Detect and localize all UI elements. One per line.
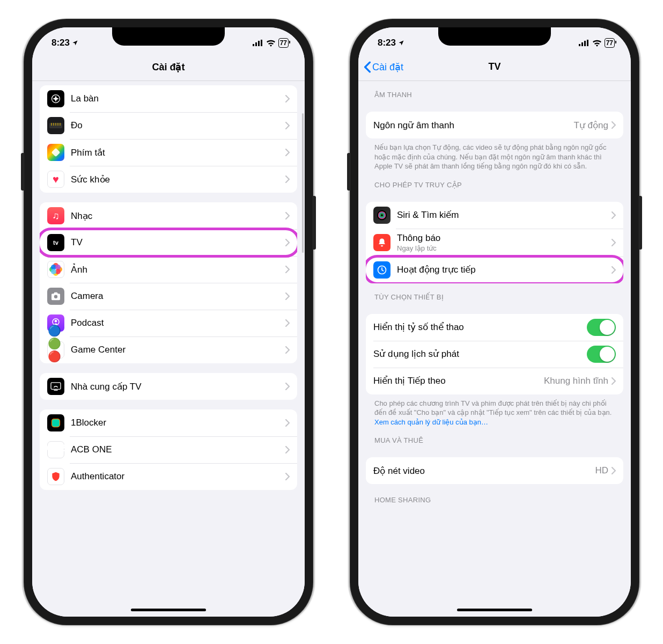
screen-right: 8:23 77 Cài đặt TV ÂM THANHNgôn ngữ âm t… — [358, 27, 631, 617]
chevron-right-icon — [285, 149, 290, 156]
row-tv[interactable]: tvTV — [40, 229, 297, 256]
nav-header: Cài đặt — [32, 53, 305, 81]
toggle-history[interactable] — [587, 346, 616, 363]
row-photos[interactable]: Ảnh — [40, 256, 297, 283]
notch — [112, 27, 225, 46]
section-header-audio: ÂM THANH — [358, 81, 631, 102]
chevron-right-icon — [285, 95, 290, 103]
home-indicator[interactable] — [457, 609, 532, 611]
svg-point-13 — [55, 320, 57, 323]
row-label: 1Blocker — [71, 418, 285, 428]
svg-rect-22 — [587, 40, 588, 46]
row-label: Podcast — [71, 318, 285, 328]
camera-icon — [47, 288, 64, 305]
scrollbar[interactable] — [302, 113, 304, 253]
chevron-right-icon — [612, 121, 616, 129]
svg-rect-21 — [584, 41, 586, 46]
row-label: Độ nét video — [373, 465, 595, 477]
chevron-right-icon — [285, 122, 290, 129]
acb-icon: ACBONE — [47, 441, 64, 458]
row-label: Camera — [71, 291, 285, 302]
chevron-right-icon — [285, 346, 290, 354]
screen-left: 8:23 77 Cài đặt La bànĐoPhím tắt♥Sức khỏ… — [32, 27, 305, 617]
row-label: Authenticator — [71, 471, 285, 482]
row-acb[interactable]: ACBONEACB ONE — [40, 436, 297, 463]
live-icon — [373, 261, 391, 279]
section-footer-device: Cho phép các chương trình TV và phim đượ… — [358, 394, 631, 427]
notif-icon — [373, 234, 391, 251]
svg-rect-3 — [261, 40, 262, 46]
settings-scroll[interactable]: La bànĐoPhím tắt♥Sức khỏe♫NhạctvTVẢnhCam… — [32, 81, 305, 617]
row-shortcuts[interactable]: Phím tắt — [40, 139, 297, 166]
status-time: 8:23 — [378, 38, 396, 48]
shortcuts-icon — [47, 144, 64, 161]
chevron-right-icon — [285, 419, 290, 427]
wifi-icon — [592, 40, 602, 47]
row-label: Ảnh — [71, 264, 285, 275]
tvprov-icon — [47, 378, 64, 395]
row-notif[interactable]: Thông báoNgay lập tức — [366, 229, 623, 257]
auth-icon — [47, 468, 64, 485]
chevron-right-icon — [285, 266, 290, 273]
home-indicator[interactable] — [131, 609, 206, 611]
row-label: Sử dụng lịch sử phát — [373, 348, 587, 360]
section-header-access: CHO PHÉP TV TRUY CẬP — [358, 171, 631, 192]
row-gamecenter[interactable]: 🔵🟢🔴🟡Game Center — [40, 336, 297, 363]
row-siri[interactable]: Siri & Tìm kiếm — [366, 202, 623, 229]
wifi-icon — [266, 40, 276, 47]
row-label: Hoạt động trực tiếp — [397, 264, 612, 275]
chevron-right-icon — [612, 467, 616, 474]
back-button[interactable]: Cài đặt — [364, 61, 403, 73]
svg-rect-2 — [258, 41, 260, 46]
battery-icon: 77 — [605, 38, 615, 48]
row-1blocker[interactable]: 1Blocker — [40, 409, 297, 436]
svg-rect-15 — [51, 383, 61, 390]
chevron-right-icon — [285, 292, 290, 300]
tv-settings-scroll[interactable]: ÂM THANHNgôn ngữ âm thanhTự độngNếu bạn … — [358, 81, 631, 617]
chevron-right-icon — [285, 212, 290, 219]
svg-rect-20 — [581, 42, 583, 46]
row-live[interactable]: Hoạt động trực tiếp — [366, 257, 623, 283]
row-sports[interactable]: Hiển thị tỷ số thể thao — [366, 314, 623, 341]
section-header-purchase: MUA VÀ THUÊ — [358, 427, 631, 448]
row-camera[interactable]: Camera — [40, 283, 297, 310]
row-label: ACB ONE — [71, 444, 285, 455]
row-value: Khung hình tĩnh — [544, 376, 608, 386]
row-auth[interactable]: Authenticator — [40, 463, 297, 490]
row-tvprovider[interactable]: Nhà cung cấp TV — [40, 373, 297, 400]
chevron-right-icon — [612, 239, 616, 246]
row-compass[interactable]: La bàn — [40, 85, 297, 112]
row-video-quality[interactable]: Độ nét videoHD — [366, 457, 623, 484]
chevron-right-icon — [285, 446, 290, 453]
row-health[interactable]: ♥Sức khỏe — [40, 166, 297, 193]
row-audio-language[interactable]: Ngôn ngữ âm thanhTự động — [366, 112, 623, 138]
phone-right: 8:23 77 Cài đặt TV ÂM THANHNgôn ngữ âm t… — [350, 19, 639, 625]
chevron-right-icon — [612, 266, 616, 274]
row-label: La bàn — [71, 93, 285, 104]
chevron-right-icon — [285, 383, 290, 390]
photos-icon — [47, 261, 64, 278]
siri-icon — [373, 207, 391, 224]
signal-icon — [253, 40, 263, 46]
tv-icon: tv — [47, 234, 64, 251]
row-label: Siri & Tìm kiếm — [397, 209, 612, 221]
row-music[interactable]: ♫Nhạc — [40, 202, 297, 229]
chevron-right-icon — [612, 377, 616, 385]
gamecenter-icon: 🔵🟢🔴🟡 — [47, 341, 64, 358]
privacy-link[interactable]: Xem cách quản lý dữ liệu của bạn… — [374, 418, 488, 426]
row-history[interactable]: Sử dụng lịch sử phát — [366, 341, 623, 368]
row-podcast[interactable]: Podcast — [40, 310, 297, 336]
svg-rect-17 — [52, 419, 60, 427]
svg-point-12 — [54, 295, 57, 298]
toggle-sports[interactable] — [587, 319, 616, 336]
row-upnext[interactable]: Hiển thị Tiếp theoKhung hình tĩnh — [366, 368, 623, 394]
notch — [438, 27, 551, 46]
row-value: HD — [595, 465, 608, 476]
row-label: Nhạc — [71, 210, 285, 222]
back-label: Cài đặt — [372, 61, 403, 73]
section-header-device: TÙY CHỌN THIẾT BỊ — [358, 283, 631, 304]
phone-left: 8:23 77 Cài đặt La bànĐoPhím tắt♥Sức khỏ… — [24, 19, 313, 625]
svg-rect-0 — [253, 44, 254, 46]
row-measure[interactable]: Đo — [40, 112, 297, 139]
measure-icon — [47, 117, 64, 134]
